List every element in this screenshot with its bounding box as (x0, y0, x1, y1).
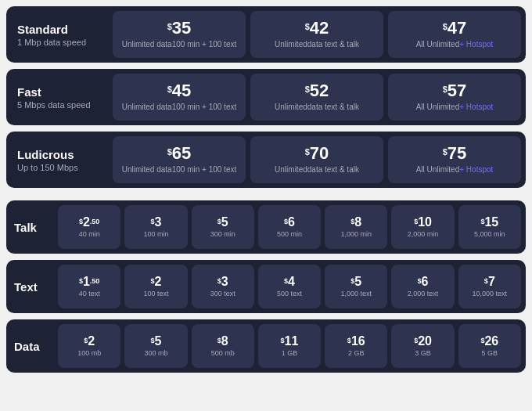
addon-desc-1-6: 10,000 text (473, 290, 508, 297)
main-container: Standard1 Mbp data speed $ 35 Unlimited … (6, 6, 526, 373)
plan-name-0: Standard (17, 23, 97, 36)
addon-option-0-6[interactable]: $ 15 5,000 min (458, 205, 521, 249)
addon-option-0-3[interactable]: $ 6 500 min (258, 205, 321, 249)
addon-desc-2-1: 300 mb (144, 349, 167, 357)
addon-price-0-2: $ 5 (217, 216, 228, 229)
addon-options-0: $ 2 .50 40 min $ 3 100 min $ 5 300 min $… (53, 200, 526, 254)
addon-desc-2-4: 2 GB (348, 349, 365, 357)
addon-price-1-3: $ 4 (284, 276, 295, 288)
plan-sub-0: 1 Mbp data speed (17, 38, 97, 47)
addon-option-1-6[interactable]: $ 7 10,000 text (458, 265, 521, 308)
addon-desc-2-2: 500 mb (211, 349, 235, 357)
plan-desc-1-2: All Unlimited+ Hotspot (416, 102, 494, 113)
plan-label-0: Standard1 Mbp data speed (6, 6, 108, 63)
plan-price-2-1: $ 70 (305, 145, 329, 162)
plan-price-2-2: $ 75 (443, 145, 467, 162)
addon-price-0-0: $ 2 .50 (79, 216, 99, 229)
plan-option-1-1[interactable]: $ 52 Unlimiteddata text & talk (250, 74, 383, 121)
addon-option-0-0[interactable]: $ 2 .50 40 min (58, 205, 120, 249)
addon-price-0-3: $ 6 (284, 216, 295, 229)
plan-row-1: Fast5 Mbps data speed $ 45 Unlimited dat… (6, 69, 526, 125)
addon-option-2-5[interactable]: $ 20 3 GB (391, 324, 454, 368)
plan-label-2: LudicrousUp to 150 Mbps (6, 132, 108, 188)
plan-sub-1: 5 Mbps data speed (17, 100, 97, 110)
addon-desc-2-5: 3 GB (415, 349, 431, 357)
addon-option-0-1[interactable]: $ 3 100 min (124, 205, 187, 249)
addon-option-0-4[interactable]: $ 8 1,000 min (325, 205, 387, 249)
addon-name-2: Data (14, 340, 40, 353)
addon-price-2-4: $ 16 (347, 335, 365, 348)
plan-option-0-1[interactable]: $ 42 Unlimiteddata text & talk (250, 11, 383, 58)
addon-price-1-2: $ 3 (217, 276, 228, 288)
plan-desc-2-1: Unlimiteddata text & talk (275, 164, 359, 175)
addon-option-2-6[interactable]: $ 26 5 GB (458, 324, 521, 368)
addon-price-2-3: $ 11 (281, 335, 299, 348)
addon-desc-1-2: 300 text (210, 290, 235, 297)
addon-option-1-3[interactable]: $ 4 500 text (258, 265, 321, 308)
addon-desc-0-6: 5,000 min (474, 230, 505, 238)
addon-price-1-5: $ 6 (418, 276, 429, 288)
plan-price-0-1: $ 42 (305, 20, 329, 37)
addon-price-2-1: $ 5 (150, 335, 161, 348)
plan-option-2-0[interactable]: $ 65 Unlimited data100 min + 100 text (113, 136, 246, 183)
addon-option-2-3[interactable]: $ 11 1 GB (258, 324, 321, 368)
addons-container: Talk $ 2 .50 40 min $ 3 100 min $ 5 300 … (6, 194, 526, 373)
plan-option-0-0[interactable]: $ 35 Unlimited data100 min + 100 text (113, 11, 246, 58)
addon-desc-1-4: 1,000 text (341, 290, 372, 297)
addon-option-1-2[interactable]: $ 3 300 text (192, 265, 254, 308)
plan-options-2: $ 65 Unlimited data100 min + 100 text $ … (108, 132, 526, 188)
plan-desc-0-0: Unlimited data100 min + 100 text (122, 39, 236, 50)
addon-option-0-2[interactable]: $ 5 300 min (192, 205, 254, 249)
plan-desc-2-2: All Unlimited+ Hotspot (416, 164, 494, 175)
plan-option-1-0[interactable]: $ 45 Unlimited data100 min + 100 text (113, 74, 246, 121)
addon-desc-0-1: 100 min (143, 230, 168, 238)
addon-label-2: Data (6, 319, 53, 373)
plan-price-1-2: $ 57 (443, 82, 467, 99)
addon-name-0: Talk (14, 221, 37, 234)
addon-option-0-5[interactable]: $ 10 2,000 min (391, 205, 454, 249)
addon-option-2-2[interactable]: $ 8 500 mb (192, 324, 254, 368)
addon-desc-2-6: 5 GB (482, 349, 498, 357)
addon-option-1-1[interactable]: $ 2 100 text (124, 265, 187, 308)
addon-price-1-6: $ 7 (484, 276, 495, 288)
plan-name-2: Ludicrous (17, 148, 97, 161)
plan-price-2-0: $ 65 (167, 145, 192, 162)
addon-options-2: $ 2 100 mb $ 5 300 mb $ 8 500 mb $ 11 (53, 319, 526, 373)
plan-desc-0-1: Unlimiteddata text & talk (275, 39, 359, 50)
plan-option-1-2[interactable]: $ 57 All Unlimited+ Hotspot (388, 74, 521, 121)
addon-option-2-4[interactable]: $ 16 2 GB (325, 324, 387, 368)
addon-option-2-0[interactable]: $ 2 100 mb (58, 324, 120, 368)
plan-option-2-1[interactable]: $ 70 Unlimiteddata text & talk (250, 136, 383, 183)
plan-options-0: $ 35 Unlimited data100 min + 100 text $ … (108, 6, 526, 63)
plan-option-2-2[interactable]: $ 75 All Unlimited+ Hotspot (388, 136, 521, 183)
addon-option-1-5[interactable]: $ 6 2,000 text (391, 265, 454, 308)
addon-desc-0-0: 40 min (79, 230, 100, 238)
addon-option-1-4[interactable]: $ 5 1,000 text (325, 265, 387, 308)
addon-desc-0-2: 300 min (210, 230, 235, 238)
addon-price-1-4: $ 5 (350, 276, 361, 288)
addon-price-0-6: $ 15 (480, 216, 498, 229)
plan-row-2: LudicrousUp to 150 Mbps $ 65 Unlimited d… (6, 132, 526, 188)
addon-option-1-0[interactable]: $ 1 .50 40 text (58, 265, 120, 308)
plans-container: Standard1 Mbp data speed $ 35 Unlimited … (6, 6, 526, 188)
addon-label-0: Talk (6, 200, 53, 254)
addon-desc-0-3: 500 min (277, 230, 302, 238)
plan-row-0: Standard1 Mbp data speed $ 35 Unlimited … (6, 6, 526, 63)
addon-desc-1-0: 40 text (79, 290, 100, 297)
addon-name-1: Text (14, 280, 38, 294)
plan-sub-2: Up to 150 Mbps (17, 163, 97, 172)
plan-option-0-2[interactable]: $ 47 All Unlimited+ Hotspot (388, 11, 521, 58)
plan-price-0-2: $ 47 (443, 20, 467, 37)
addon-desc-2-0: 100 mb (77, 349, 101, 357)
addon-option-2-1[interactable]: $ 5 300 mb (124, 324, 187, 368)
addon-price-0-5: $ 10 (414, 216, 432, 229)
plan-price-1-0: $ 45 (167, 82, 192, 99)
plan-name-1: Fast (17, 85, 97, 99)
addon-row-2: Data $ 2 100 mb $ 5 300 mb $ 8 500 mb (6, 319, 526, 373)
addon-desc-0-4: 1,000 min (341, 230, 372, 238)
addon-desc-0-5: 2,000 min (408, 230, 439, 238)
plan-desc-2-0: Unlimited data100 min + 100 text (122, 164, 236, 175)
plan-options-1: $ 45 Unlimited data100 min + 100 text $ … (108, 69, 526, 125)
plan-desc-1-0: Unlimited data100 min + 100 text (122, 102, 236, 113)
addon-desc-1-5: 2,000 text (408, 290, 439, 297)
